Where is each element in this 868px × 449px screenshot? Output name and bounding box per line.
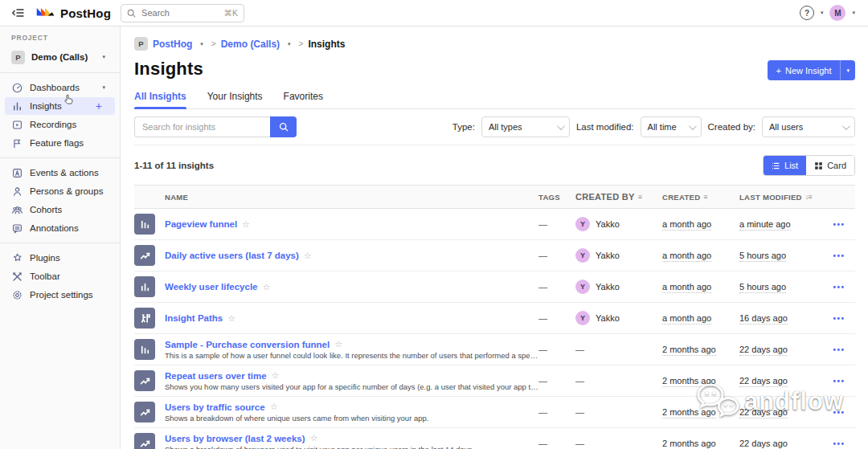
table-row[interactable]: Users by browser (last 2 weeks) ☆ Shows … (134, 428, 855, 449)
sidebar-item-persons-groups[interactable]: Persons & groups (5, 182, 115, 200)
favorite-star-icon[interactable]: ☆ (227, 313, 235, 324)
chevron-down-icon[interactable]: ▾ (852, 10, 855, 16)
table-row[interactable]: Users by traffic source ☆ Shows a breakd… (134, 397, 855, 428)
results-count: 1-11 of 11 insights (134, 161, 214, 170)
table-row[interactable]: Pageview funnel ☆ — Y Yakko a month ago … (134, 209, 855, 240)
breadcrumb-link-org[interactable]: PostHog (153, 39, 192, 50)
sidebar-item-label: Cohorts (30, 205, 62, 214)
table-row[interactable]: Repeat users over time ☆ Shows you how m… (134, 365, 855, 397)
insight-name-link[interactable]: Daily active users (last 7 days) (165, 251, 299, 260)
project-section-label: PROJECT (0, 34, 120, 42)
sidebar-item-label: Insights (30, 101, 62, 111)
tab-favorites[interactable]: Favorites (284, 91, 323, 108)
new-insight-label: New Insight (785, 66, 831, 76)
sidebar-divider (0, 243, 120, 243)
chevron-down-icon[interactable]: ▾ (200, 41, 203, 47)
favorite-star-icon[interactable]: ☆ (310, 433, 318, 443)
list-icon (772, 161, 780, 170)
add-insight-plus-icon[interactable]: + (96, 100, 102, 112)
sidebar-item-toolbar[interactable]: Toolbar (5, 267, 115, 285)
favorite-star-icon[interactable]: ☆ (304, 251, 312, 261)
more-actions-button[interactable]: ••• (833, 377, 845, 386)
created-time: a month ago (662, 219, 711, 231)
more-actions-button[interactable]: ••• (833, 283, 845, 292)
table-row[interactable]: Daily active users (last 7 days) ☆ — Y Y… (134, 240, 855, 271)
insight-name-link[interactable]: Repeat users over time (165, 371, 267, 381)
sidebar-item-events-actions[interactable]: Events & actions (5, 164, 115, 182)
sidebar-item-icon (11, 82, 23, 94)
more-actions-button[interactable]: ••• (833, 220, 845, 229)
favorite-star-icon[interactable]: ☆ (242, 219, 250, 230)
insight-name-link[interactable]: Insight Paths (165, 313, 223, 323)
sidebar-item-annotations[interactable]: Annotations (5, 219, 115, 237)
more-actions-button[interactable]: ••• (833, 408, 845, 417)
global-search[interactable]: ⌘K (121, 4, 244, 22)
tab-your-insights[interactable]: Your Insights (207, 91, 263, 108)
insight-type-icon (134, 276, 155, 297)
sidebar-item-label: Events & actions (30, 168, 99, 178)
insight-search-input[interactable] (134, 116, 270, 137)
favorite-star-icon[interactable]: ☆ (272, 370, 280, 381)
more-actions-button[interactable]: ••• (833, 251, 845, 260)
posthog-logo[interactable]: PostHog (35, 6, 111, 20)
breadcrumb-current: Insights (308, 39, 345, 50)
column-header-created[interactable]: CREATED≡ (662, 193, 739, 202)
table-row[interactable]: Insight Paths ☆ — Y Yakko a month ago 16… (134, 303, 855, 334)
creator-name: Yakko (596, 219, 620, 229)
column-header-last-modified[interactable]: LAST MODIFIED↓≡ (739, 193, 823, 202)
favorite-star-icon[interactable]: ☆ (334, 339, 342, 349)
sidebar-item-label: Annotations (30, 223, 79, 233)
list-view-button[interactable]: List (764, 156, 806, 175)
table-row[interactable]: Sample - Purchase conversion funnel ☆ Th… (134, 334, 855, 365)
user-avatar[interactable]: M (829, 5, 845, 21)
project-badge: P (11, 51, 25, 64)
sort-icon[interactable]: ≡ (703, 193, 706, 201)
posthog-app: PostHog ⌘K ? ▾ M ▾ PROJECT P Demo (Calls… (0, 0, 868, 449)
card-view-button[interactable]: Card (806, 156, 854, 175)
type-filter-select[interactable]: All types (481, 116, 570, 137)
insight-name-link[interactable]: Weekly user lifecycle (165, 282, 258, 292)
sidebar-item-plugins[interactable]: Plugins (5, 249, 115, 267)
table-row[interactable]: Weekly user lifecycle ☆ — Y Yakko a mont… (134, 271, 855, 303)
collapse-sidebar-icon[interactable] (10, 5, 26, 21)
project-switcher[interactable]: P Demo (Calls) ▾ (0, 47, 120, 67)
search-shortcut: ⌘K (224, 8, 239, 18)
global-search-input[interactable] (140, 7, 219, 18)
sidebar-item-icon (11, 186, 23, 198)
new-insight-button[interactable]: + New Insight ▾ (768, 60, 855, 80)
sidebar-item-recordings[interactable]: Recordings (5, 116, 115, 133)
favorite-star-icon[interactable]: ☆ (263, 282, 271, 292)
insight-description: This is a sample of how a user funnel co… (165, 351, 538, 360)
insight-name-link[interactable]: Users by browser (last 2 weeks) (165, 434, 305, 443)
search-button[interactable] (270, 116, 297, 137)
insight-name-link[interactable]: Pageview funnel (165, 219, 237, 229)
insight-type-icon (134, 245, 155, 266)
sidebar-item-cohorts[interactable]: Cohorts (5, 201, 115, 218)
insight-name-link[interactable]: Users by traffic source (165, 402, 265, 412)
sort-icon[interactable]: ≡ (638, 193, 641, 201)
tab-all-insights[interactable]: All Insights (134, 91, 186, 108)
created-time: 2 months ago (662, 376, 716, 387)
chevron-down-icon[interactable]: ▾ (821, 10, 824, 16)
chevron-down-icon: ▾ (102, 84, 105, 91)
chevron-down-icon[interactable]: ▾ (288, 41, 291, 47)
sort-icon[interactable]: ↓≡ (805, 193, 812, 201)
sidebar-item-icon (11, 204, 23, 216)
sidebar-item-feature-flags[interactable]: Feature flags (5, 134, 115, 152)
help-icon[interactable]: ? (800, 6, 814, 20)
created-filter-select[interactable]: All users (762, 116, 855, 137)
more-actions-button[interactable]: ••• (833, 345, 845, 354)
column-header-created-by[interactable]: CREATED BY≡ (575, 192, 662, 202)
search-icon (127, 9, 136, 18)
more-actions-button[interactable]: ••• (833, 314, 845, 323)
breadcrumb-link-project[interactable]: Demo (Calls) (221, 39, 280, 50)
insight-name-link[interactable]: Sample - Purchase conversion funnel (165, 340, 330, 349)
modified-filter-select[interactable]: All time (641, 116, 702, 137)
sidebar-item-dashboards[interactable]: Dashboards ▾ (5, 79, 115, 96)
favorite-star-icon[interactable]: ☆ (270, 402, 278, 412)
more-actions-button[interactable]: ••• (833, 439, 845, 448)
created-by-cell: Y Yakko (575, 217, 662, 231)
new-insight-dropdown[interactable]: ▾ (840, 60, 855, 80)
sidebar-item-insights[interactable]: Insights + (5, 97, 115, 115)
sidebar-item-project-settings[interactable]: Project settings (5, 286, 115, 304)
